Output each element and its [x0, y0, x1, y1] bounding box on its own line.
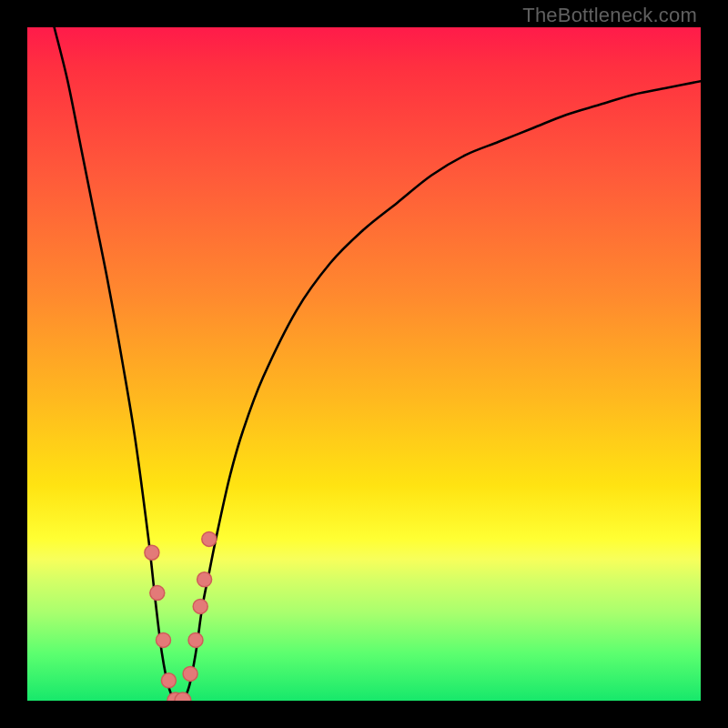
bottleneck-curve — [55, 27, 701, 701]
data-point — [157, 632, 171, 647]
data-point — [150, 586, 165, 601]
chart-frame: TheBottleneck.com — [0, 0, 728, 728]
data-point — [197, 572, 212, 587]
watermark-text: TheBottleneck.com — [522, 4, 697, 27]
data-point — [145, 545, 159, 560]
chart-svg — [27, 27, 701, 701]
data-point — [161, 673, 176, 688]
data-point — [193, 599, 207, 613]
data-point — [188, 632, 203, 647]
plot-area — [27, 27, 701, 701]
data-point — [183, 666, 197, 681]
data-point — [202, 531, 217, 546]
data-points — [145, 531, 217, 701]
